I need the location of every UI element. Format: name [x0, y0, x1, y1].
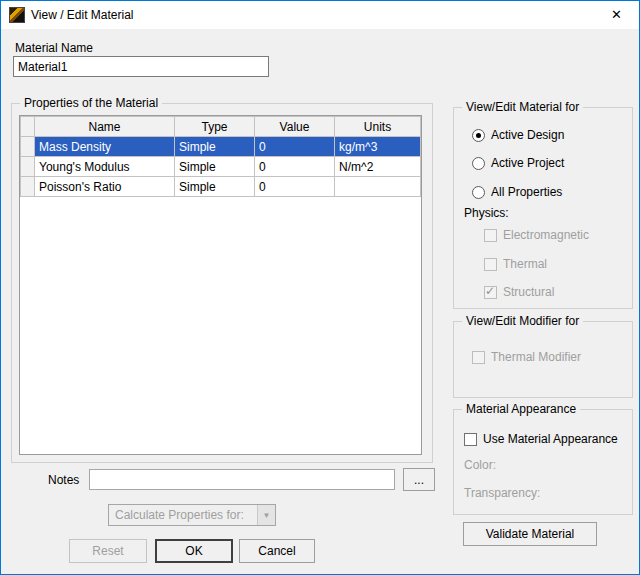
view-edit-modifier-group-label: View/Edit Modifier for — [462, 314, 583, 328]
checkbox-icon: ✓ — [484, 286, 497, 299]
checkbox-label: Electromagnetic — [503, 228, 589, 242]
material-name-label: Material Name — [15, 41, 93, 55]
col-header-type: Type — [175, 117, 255, 137]
cell-name[interactable]: Young's Modulus — [35, 157, 175, 177]
grid-header-row: Name Type Value Units — [21, 117, 421, 137]
cell-type[interactable]: Simple — [175, 177, 255, 197]
checkbox-thermal-modifier: Thermal Modifier — [472, 350, 581, 364]
checkbox-thermal: Thermal — [484, 257, 547, 271]
window-title: View / Edit Material — [31, 8, 134, 22]
col-header-selector — [21, 117, 35, 137]
view-edit-material-dialog: View / Edit Material ✕ Material Name Pro… — [0, 0, 640, 575]
cell-value[interactable]: 0 — [255, 177, 335, 197]
checkbox-use-material-appearance[interactable]: Use Material Appearance — [464, 432, 618, 446]
view-edit-material-group: View/Edit Material for Active Design Act… — [453, 107, 633, 309]
cell-value[interactable]: 0 — [255, 157, 335, 177]
close-button[interactable]: ✕ — [594, 1, 639, 29]
col-header-units: Units — [335, 117, 421, 137]
cell-type[interactable]: Simple — [175, 157, 255, 177]
checkbox-icon — [464, 433, 477, 446]
reset-button: Reset — [69, 539, 147, 563]
radio-icon — [472, 129, 485, 142]
cancel-button[interactable]: Cancel — [239, 539, 315, 563]
row-selector-cell[interactable] — [21, 157, 35, 177]
radio-icon — [472, 186, 485, 199]
checkbox-electromagnetic: Electromagnetic — [484, 228, 589, 242]
chevron-down-icon: ▼ — [257, 505, 275, 525]
checkbox-label: Structural — [503, 285, 554, 299]
notes-browse-button[interactable]: ... — [403, 468, 435, 491]
radio-active-project[interactable]: Active Project — [472, 156, 564, 170]
radio-label: Active Design — [491, 128, 564, 142]
checkbox-label: Use Material Appearance — [483, 432, 618, 446]
material-appearance-group-label: Material Appearance — [462, 402, 580, 416]
checkbox-icon — [484, 258, 497, 271]
checkbox-structural: ✓ Structural — [484, 285, 554, 299]
material-appearance-group: Material Appearance Use Material Appeara… — [453, 409, 633, 515]
physics-label: Physics: — [464, 206, 509, 220]
table-row[interactable]: Mass Density Simple 0 kg/m^3 — [21, 137, 421, 157]
checkbox-label: Thermal — [503, 257, 547, 271]
radio-all-properties[interactable]: All Properties — [472, 185, 562, 199]
cell-units[interactable] — [335, 177, 421, 197]
radio-icon — [472, 157, 485, 170]
transparency-label: Transparency: — [464, 486, 540, 500]
view-edit-material-group-label: View/Edit Material for — [462, 100, 583, 114]
validate-material-button[interactable]: Validate Material — [463, 522, 597, 546]
checkbox-icon — [472, 351, 485, 364]
ok-button[interactable]: OK — [155, 539, 233, 563]
cell-name[interactable]: Poisson's Ratio — [35, 177, 175, 197]
col-header-value: Value — [255, 117, 335, 137]
check-icon: ✓ — [485, 284, 495, 298]
notes-label: Notes — [48, 473, 79, 487]
properties-group-label: Properties of the Material — [20, 96, 162, 110]
view-edit-modifier-group: View/Edit Modifier for Thermal Modifier — [453, 321, 633, 398]
checkbox-icon — [484, 229, 497, 242]
app-icon — [9, 7, 25, 23]
title-bar: View / Edit Material ✕ — [1, 1, 639, 29]
row-selector-cell[interactable] — [21, 137, 35, 157]
radio-active-design[interactable]: Active Design — [472, 128, 564, 142]
cell-name[interactable]: Mass Density — [35, 137, 175, 157]
radio-label: All Properties — [491, 185, 562, 199]
col-header-name: Name — [35, 117, 175, 137]
row-selector-cell[interactable] — [21, 177, 35, 197]
table-row[interactable]: Young's Modulus Simple 0 N/m^2 — [21, 157, 421, 177]
dialog-body: Material Name Properties of the Material… — [1, 29, 639, 574]
checkbox-label: Thermal Modifier — [491, 350, 581, 364]
cell-type[interactable]: Simple — [175, 137, 255, 157]
dropdown-selected-value: Calculate Properties for: — [109, 508, 257, 522]
cell-units[interactable]: kg/m^3 — [335, 137, 421, 157]
cell-units[interactable]: N/m^2 — [335, 157, 421, 177]
notes-input[interactable] — [89, 469, 395, 490]
properties-grid: Name Type Value Units Mass Density Simpl… — [19, 115, 422, 455]
calculate-properties-dropdown: Calculate Properties for: ▼ — [108, 504, 276, 526]
color-label: Color: — [464, 458, 496, 472]
material-name-input[interactable] — [13, 56, 269, 77]
radio-label: Active Project — [491, 156, 564, 170]
cell-value[interactable]: 0 — [255, 137, 335, 157]
table-row[interactable]: Poisson's Ratio Simple 0 — [21, 177, 421, 197]
